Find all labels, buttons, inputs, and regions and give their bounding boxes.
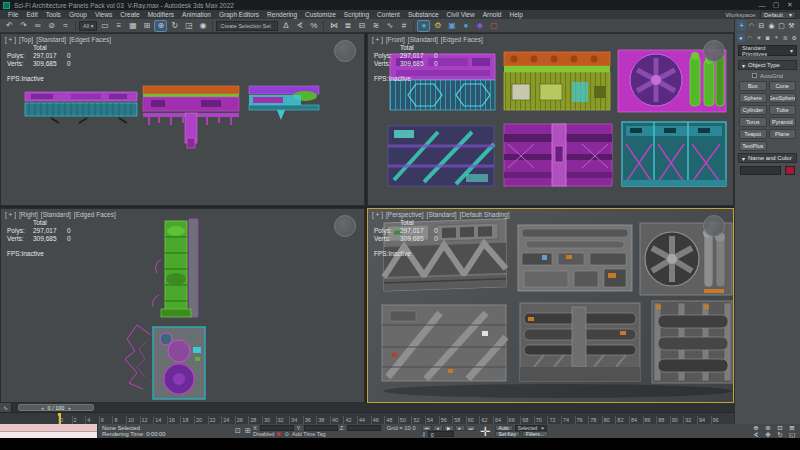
viewport-menu-pov[interactable]: [Perspective] — [386, 211, 424, 218]
viewport-menu-pov[interactable]: [Right] — [19, 211, 38, 218]
cat-helpers-icon[interactable]: ⌖ — [772, 33, 780, 42]
menu-customize[interactable]: Customize — [301, 11, 340, 18]
box-button[interactable]: Box — [739, 81, 767, 91]
percent-snap-icon[interactable]: % — [307, 20, 320, 32]
viewport-menu-style[interactable]: [Standard] — [408, 36, 438, 43]
viewcube[interactable] — [334, 40, 356, 62]
autogrid-checkbox[interactable] — [752, 73, 757, 78]
sphere-button[interactable]: Sphere — [739, 93, 767, 103]
select-and-place-icon[interactable]: ◉ — [196, 20, 209, 32]
select-by-name-icon[interactable]: ≡ — [112, 20, 125, 32]
menu-animation[interactable]: Animation — [178, 11, 215, 18]
viewport-menu-shading[interactable]: [Default Shading] — [460, 211, 510, 218]
menu-content[interactable]: Content — [373, 11, 404, 18]
viewport-menu-pov[interactable]: [Top] — [19, 36, 33, 43]
maximize-button[interactable]: ▢ — [769, 1, 783, 9]
bind-to-space-warp-icon[interactable]: ≈ — [59, 20, 72, 32]
object-name-field[interactable] — [740, 166, 781, 175]
viewport-menu-pov[interactable]: [Front] — [386, 36, 405, 43]
pyramid-button[interactable]: Pyramid — [769, 117, 797, 127]
track-bar-ruler[interactable]: 0246810121416182022242628303234363840424… — [0, 412, 734, 424]
angle-snap-icon[interactable]: ∢ — [293, 20, 306, 32]
render-setup-icon[interactable]: ⚙ — [431, 20, 444, 32]
undo-icon[interactable]: ↶ — [3, 20, 16, 32]
maxscript-disabled-toggle[interactable]: Disabled — [253, 431, 274, 437]
render-production-icon[interactable]: ● — [459, 20, 472, 32]
time-slider-handle[interactable]: ◂ 0 / 100 ▸ — [18, 404, 94, 411]
prev-frame-arrow-icon[interactable]: ◂ — [41, 405, 44, 411]
redo-icon[interactable]: ↷ — [17, 20, 30, 32]
scene-explorer-icon[interactable]: ⊟ — [355, 20, 368, 32]
tab-utilities-icon[interactable]: ⚒ — [787, 20, 796, 31]
window-crossing-icon[interactable]: ⊞ — [140, 20, 153, 32]
listener-macro-line[interactable] — [0, 424, 97, 432]
viewport-right[interactable]: [ + ] [Right] [Standard] [Edged Faces] T… — [0, 208, 365, 403]
select-object-icon[interactable]: ▭ — [98, 20, 111, 32]
textplus-button[interactable]: TextPlus — [739, 141, 767, 151]
viewcube[interactable] — [334, 215, 356, 237]
torus-button[interactable]: Torus — [739, 117, 767, 127]
primitive-category-dropdown[interactable]: Standard Primitives ▾ — [738, 45, 797, 56]
select-and-rotate-icon[interactable]: ↻ — [168, 20, 181, 32]
set-key-button[interactable]: Set Key — [495, 431, 521, 437]
close-button[interactable]: ✕ — [783, 1, 797, 9]
rectangular-selection-region-icon[interactable]: ▦ — [126, 20, 139, 32]
tab-modify-icon[interactable]: ◠ — [747, 20, 756, 31]
tab-hierarchy-icon[interactable]: ⊟ — [757, 20, 766, 31]
current-frame-field[interactable]: 0 — [428, 431, 454, 437]
selection-filter-dropdown[interactable]: All ▾ — [79, 21, 97, 31]
add-time-tag[interactable]: Add Time Tag — [292, 431, 326, 437]
viewport-menu-shading[interactable]: [Edged Faces] — [441, 36, 483, 43]
menu-graph-editors[interactable]: Graph Editors — [215, 11, 263, 18]
dot-toggle-icon[interactable]: ⊙ — [284, 431, 289, 437]
tab-create-icon[interactable]: + — [737, 20, 746, 31]
key-filters-button[interactable]: Filters... — [522, 431, 548, 437]
zoom-extents-all-icon[interactable]: ⊞ — [786, 424, 798, 431]
layer-explorer-icon[interactable]: ≋ — [369, 20, 382, 32]
maximize-viewport-icon[interactable]: ◱ — [786, 431, 798, 438]
teapot-button[interactable]: Teapot — [739, 129, 767, 139]
rendered-frame-icon[interactable]: ▣ — [445, 20, 458, 32]
tab-motion-icon[interactable]: ◉ — [767, 20, 776, 31]
viewport-menu-general[interactable]: [ + ] — [5, 211, 16, 218]
cat-geometry-icon[interactable]: ● — [737, 33, 745, 42]
menu-tools[interactable]: Tools — [42, 11, 65, 18]
viewcube[interactable] — [703, 40, 725, 62]
mini-curve-editor-button[interactable]: ∿ — [0, 403, 12, 412]
isolate-selection-icon[interactable]: ⊡ — [233, 427, 243, 435]
viewport-menu-style[interactable]: [Standard] — [427, 211, 457, 218]
viewport-menu-general[interactable]: [ + ] — [5, 36, 16, 43]
cat-cameras-icon[interactable]: ◙ — [764, 33, 772, 42]
object-color-swatch[interactable] — [785, 166, 795, 175]
menu-scripting[interactable]: Scripting — [340, 11, 373, 18]
substance-icon[interactable]: ◆ — [473, 20, 486, 32]
orbit-icon[interactable]: ↻ — [774, 431, 786, 438]
rollout-object-type[interactable]: ▾ Object Type — [738, 60, 797, 70]
tab-display-icon[interactable]: ▢ — [777, 20, 786, 31]
crosshair-plus-icon[interactable]: ✛ — [480, 424, 491, 439]
zoom-icon[interactable]: ⊕ — [750, 424, 762, 431]
workspace-select[interactable]: Default ▾ — [760, 11, 796, 19]
menu-help[interactable]: Help — [505, 11, 526, 18]
time-slider-track[interactable]: ∿ ◂ 0 / 100 ▸ — [0, 403, 734, 412]
viewport-menu-general[interactable]: [ + ] — [372, 211, 383, 218]
viewport-menu-shading[interactable]: [Edged Faces] — [69, 36, 111, 43]
curve-editor-icon[interactable]: ∿ — [383, 20, 396, 32]
next-frame-arrow-icon[interactable]: ▸ — [68, 405, 71, 411]
viewport-top[interactable]: [ + ] [Top] [Standard] [Edged Faces] Tot… — [0, 33, 365, 206]
cat-spacewarps-icon[interactable]: ≋ — [781, 33, 789, 42]
cat-lights-icon[interactable]: ☀ — [755, 33, 763, 42]
mirror-icon[interactable]: ⋈ — [327, 20, 340, 32]
viewport-perspective[interactable]: [ + ] [Perspective] [Standard] [Default … — [367, 208, 734, 403]
snap-toggle-icon[interactable]: ∆ — [279, 20, 292, 32]
rollout-name-color[interactable]: ▾ Name and Color — [738, 153, 797, 163]
tube-button[interactable]: Tube — [769, 105, 797, 115]
menu-arnold[interactable]: Arnold — [479, 11, 506, 18]
cat-shapes-icon[interactable]: ◠ — [746, 33, 754, 42]
viewcube[interactable] — [703, 215, 725, 237]
select-and-link-icon[interactable]: ∞ — [31, 20, 44, 32]
menu-create[interactable]: Create — [116, 11, 144, 18]
cylinder-button[interactable]: Cylinder — [739, 105, 767, 115]
plane-button[interactable]: Plane — [769, 129, 797, 139]
unlink-selection-icon[interactable]: ⊘ — [45, 20, 58, 32]
